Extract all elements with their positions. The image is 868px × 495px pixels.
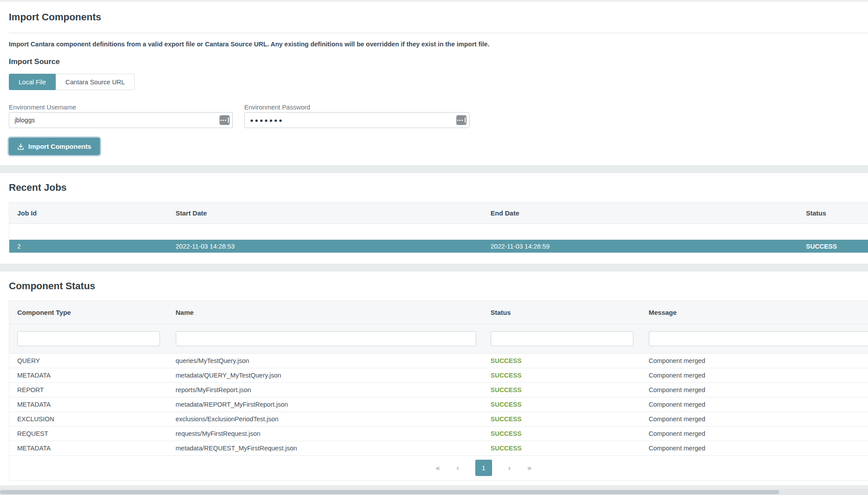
- filter-input-component-type[interactable]: [17, 331, 160, 346]
- filter-input-message[interactable]: [649, 331, 868, 346]
- status-badge: SUCCESS: [798, 240, 868, 253]
- component-type-cell: METADATA: [9, 441, 168, 456]
- name-cell: requests/MyFirstRequest.json: [168, 427, 483, 441]
- pagination-first-button[interactable]: «: [436, 464, 440, 472]
- table-row: REPORT reports/MyFirstReport.json SUCCES…: [9, 383, 868, 397]
- username-input[interactable]: [9, 112, 233, 128]
- download-icon: [17, 143, 24, 150]
- panel-gap: [0, 165, 868, 173]
- status-badge: SUCCESS: [483, 397, 641, 412]
- column-header-message: Message: [641, 301, 868, 324]
- end-date-cell: 2022-11-03 14:28:59: [483, 240, 798, 253]
- table-row: REQUEST requests/MyFirstRequest.json SUC…: [9, 427, 868, 441]
- column-header-status: Status: [798, 203, 868, 224]
- start-date-cell: 2022-11-03 14:28:53: [168, 240, 483, 253]
- scrollbar-thumb[interactable]: [0, 490, 779, 494]
- job-id-cell: 2: [9, 240, 168, 253]
- tab-local-file[interactable]: Local File: [9, 74, 56, 90]
- component-type-cell: EXCLUSION: [9, 412, 168, 427]
- message-cell: Component merged: [641, 368, 868, 383]
- recent-jobs-header-row: Job Id Start Date End Date Status: [9, 203, 868, 224]
- pagination-row: « ‹ 1 › »: [9, 456, 868, 481]
- component-type-cell: METADATA: [9, 397, 168, 412]
- message-cell: Component merged: [641, 412, 868, 427]
- page: Import Components Import Cantara compone…: [0, 0, 868, 485]
- import-components-button[interactable]: Import Components: [9, 138, 100, 155]
- component-type-cell: REQUEST: [9, 427, 168, 441]
- import-description: Import Cantara component definitions fro…: [9, 40, 868, 48]
- password-field-group: Environment Password: [244, 103, 470, 128]
- table-row[interactable]: 2 2022-11-03 14:28:53 2022-11-03 14:28:5…: [9, 240, 868, 253]
- username-label: Environment Username: [9, 103, 233, 111]
- import-components-button-label: Import Components: [28, 143, 91, 150]
- filter-input-status[interactable]: [491, 331, 633, 346]
- component-type-cell: METADATA: [9, 368, 168, 383]
- status-badge: SUCCESS: [483, 368, 641, 383]
- pagination: « ‹ 1 › »: [9, 460, 868, 476]
- status-badge: SUCCESS: [483, 354, 641, 368]
- import-source-heading: Import Source: [9, 57, 868, 67]
- name-cell: queries/MyTestQuery.json: [168, 354, 483, 368]
- pagination-last-button[interactable]: »: [527, 464, 532, 472]
- pagination-page-1-button[interactable]: 1: [475, 460, 492, 476]
- message-cell: Component merged: [641, 397, 868, 412]
- column-header-component-type: Component Type: [9, 301, 168, 324]
- credentials-row: Environment Username Environment Passwor…: [9, 103, 868, 128]
- component-status-table: Component Type Name Status Message QUERY…: [9, 301, 868, 481]
- message-cell: Component merged: [641, 354, 868, 368]
- password-label: Environment Password: [244, 103, 470, 111]
- recent-jobs-empty-filter-row: [9, 224, 868, 240]
- password-manager-autofill-icon[interactable]: [456, 115, 466, 125]
- table-row: METADATA metadata/QUERY_MyTestQuery.json…: [9, 368, 868, 383]
- status-badge: SUCCESS: [483, 427, 641, 441]
- password-input[interactable]: [244, 112, 470, 128]
- column-header-status: Status: [483, 301, 641, 324]
- filter-row: [9, 324, 868, 354]
- status-badge: SUCCESS: [483, 441, 641, 456]
- import-components-panel: Import Components Import Cantara compone…: [0, 2, 868, 165]
- title-divider: [9, 33, 868, 33]
- component-status-header-row: Component Type Name Status Message: [9, 301, 868, 324]
- username-field-group: Environment Username: [9, 103, 233, 128]
- horizontal-scrollbar[interactable]: [0, 489, 868, 495]
- name-cell: metadata/QUERY_MyTestQuery.json: [168, 368, 483, 383]
- import-source-toggle: Local File Cantara Source URL: [9, 74, 868, 90]
- component-type-cell: REPORT: [9, 383, 168, 397]
- message-cell: Component merged: [641, 427, 868, 441]
- column-header-name: Name: [168, 301, 483, 324]
- column-header-job-id: Job Id: [9, 203, 168, 224]
- name-cell: reports/MyFirstReport.json: [168, 383, 483, 397]
- password-manager-autofill-icon[interactable]: [220, 115, 230, 125]
- recent-jobs-table: Job Id Start Date End Date Status 2 2022…: [9, 202, 868, 253]
- name-cell: exclusions/ExclusionPeriodTest.json: [168, 412, 483, 427]
- panel-gap: [0, 264, 868, 272]
- table-row: QUERY queries/MyTestQuery.json SUCCESS C…: [9, 354, 868, 368]
- table-row: METADATA metadata/REQUEST_MyFirstRequest…: [9, 441, 868, 456]
- component-type-cell: QUERY: [9, 354, 168, 368]
- recent-jobs-title: Recent Jobs: [9, 182, 868, 193]
- message-cell: Component merged: [641, 441, 868, 456]
- page-title: Import Components: [9, 11, 868, 23]
- column-header-start-date: Start Date: [168, 203, 483, 224]
- pagination-prev-button[interactable]: ‹: [456, 464, 459, 472]
- message-cell: Component merged: [641, 383, 868, 397]
- recent-jobs-panel: Recent Jobs Job Id Start Date End Date S…: [0, 173, 868, 264]
- component-status-title: Component Status: [9, 280, 868, 292]
- table-row: METADATA metadata/REPORT_MyFirstReport.j…: [9, 397, 868, 412]
- name-cell: metadata/REPORT_MyFirstReport.json: [168, 397, 483, 412]
- tab-cantara-source-url[interactable]: Cantara Source URL: [56, 74, 135, 90]
- pagination-next-button[interactable]: ›: [508, 464, 511, 472]
- column-header-end-date: End Date: [483, 203, 798, 224]
- status-badge: SUCCESS: [483, 383, 641, 397]
- name-cell: metadata/REQUEST_MyFirstRequest.json: [168, 441, 483, 456]
- table-row: EXCLUSION exclusions/ExclusionPeriodTest…: [9, 412, 868, 427]
- filter-input-name[interactable]: [176, 331, 476, 346]
- component-status-panel: Component Status Component Type Name Sta…: [0, 272, 868, 485]
- status-badge: SUCCESS: [483, 412, 641, 427]
